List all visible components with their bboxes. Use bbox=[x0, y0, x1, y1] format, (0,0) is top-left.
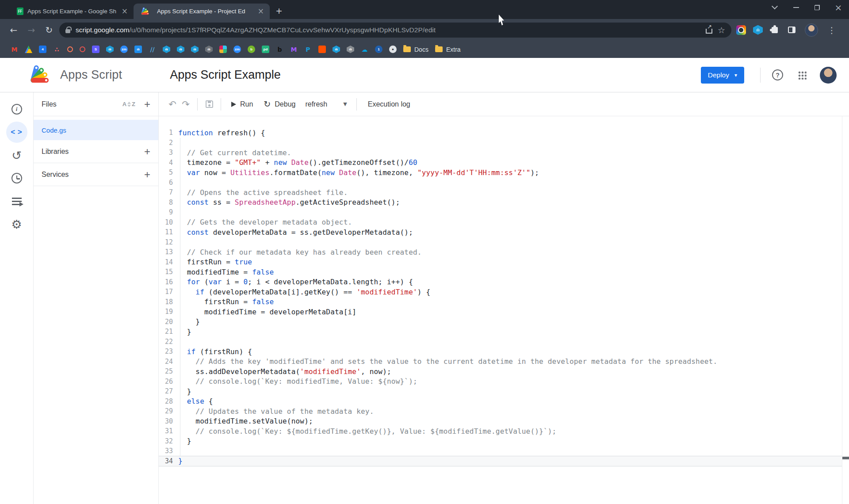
extension-databox-icon[interactable]: ılı bbox=[751, 23, 765, 37]
browser-menu-icon[interactable]: ⋮ bbox=[824, 23, 839, 38]
close-window-icon[interactable]: × bbox=[828, 0, 849, 15]
account-avatar[interactable] bbox=[820, 67, 837, 84]
sprocket-bookmark[interactable] bbox=[80, 46, 85, 52]
calendar-bookmark[interactable]: 4 bbox=[39, 46, 46, 53]
settings-nav-item[interactable]: ⚙ bbox=[6, 214, 27, 235]
extensions-puzzle-icon[interactable] bbox=[768, 23, 782, 37]
code-line-3[interactable]: 3 // Get current datetime. bbox=[159, 148, 849, 158]
save-icon[interactable] bbox=[203, 98, 216, 111]
databox-bookmark[interactable]: ılı bbox=[177, 46, 184, 53]
code-line-2[interactable]: 2 bbox=[159, 138, 849, 148]
triggers-nav-item[interactable] bbox=[6, 168, 27, 189]
scrollbar-cursor-marker[interactable] bbox=[842, 457, 849, 459]
tab-close-icon[interactable]: × bbox=[120, 8, 129, 15]
code-line-31[interactable]: 31 // console.log(`Key: ${modifiedTime.g… bbox=[159, 426, 849, 436]
pandadoc-bookmark[interactable]: pd bbox=[262, 46, 269, 53]
file-item-code-gs[interactable]: Code.gs bbox=[34, 120, 158, 140]
tab-search-chevron-icon[interactable] bbox=[764, 0, 785, 15]
browser-tab-apps-script[interactable]: Apps Script Example - Project Ed × bbox=[134, 4, 270, 19]
function-selector[interactable]: refresh ▼ bbox=[301, 96, 351, 112]
redo-icon[interactable]: ↷ bbox=[179, 98, 192, 111]
minimize-icon[interactable] bbox=[785, 0, 807, 15]
zoom-bookmark[interactable]: zm bbox=[233, 46, 241, 53]
project-title[interactable]: Apps Script Example bbox=[170, 68, 281, 82]
address-bar[interactable]: script.google.com/u/0/home/projects/1S7f… bbox=[59, 23, 731, 38]
code-line-12[interactable]: 12 bbox=[159, 237, 849, 248]
asana-bookmark[interactable]: ∴ bbox=[53, 46, 61, 53]
add-library-icon[interactable]: + bbox=[144, 146, 150, 157]
script-letter-bookmark[interactable]: b bbox=[276, 46, 283, 53]
editor-nav-item[interactable]: < > bbox=[6, 122, 27, 143]
salesforce-bookmark[interactable]: ☁ bbox=[361, 46, 368, 53]
overview-nav-item[interactable]: i bbox=[6, 99, 27, 120]
stripe-bookmark[interactable]: S bbox=[92, 46, 99, 53]
code-editor[interactable]: 1function refresh() {23 // Get current d… bbox=[159, 116, 849, 504]
zoom-bookmark[interactable]: zm bbox=[120, 46, 128, 53]
execution-log-button[interactable]: Execution log bbox=[362, 100, 417, 108]
code-line-8[interactable]: 8 const ss = SpreadsheetApp.getActiveSpr… bbox=[159, 198, 849, 208]
databox-gray-bookmark[interactable]: ılı bbox=[347, 46, 354, 53]
new-tab-button[interactable]: + bbox=[276, 5, 282, 17]
onepassword-bookmark[interactable]: 1 bbox=[375, 46, 382, 53]
gmail-bookmark[interactable]: M bbox=[11, 46, 18, 53]
basecamp-bookmark[interactable]: b bbox=[248, 46, 255, 53]
code-line-23[interactable]: 23 if (firstRun) { bbox=[159, 347, 849, 357]
url-text[interactable]: script.google.com/u/0/home/projects/1S7f… bbox=[76, 26, 700, 34]
add-service-icon[interactable]: + bbox=[144, 169, 150, 180]
paypal-bookmark[interactable]: P bbox=[304, 46, 312, 53]
google-apps-grid-icon[interactable] bbox=[798, 71, 807, 80]
code-line-11[interactable]: 11 const developerMetaData = ss.getDevel… bbox=[159, 227, 849, 237]
extra-folder[interactable]: Extra bbox=[435, 46, 461, 53]
docs-folder[interactable]: Docs bbox=[403, 46, 428, 53]
code-line-28[interactable]: 28 else { bbox=[159, 397, 849, 407]
code-line-30[interactable]: 30 modifiedTime.setValue(now); bbox=[159, 416, 849, 427]
project-history-nav-item[interactable]: ↺ bbox=[6, 145, 27, 166]
deploy-button[interactable]: Deploy ▾ bbox=[701, 67, 744, 84]
databox-bookmark[interactable]: ılı bbox=[191, 46, 199, 53]
run-button[interactable]: Run bbox=[226, 96, 258, 112]
services-section[interactable]: Services + bbox=[34, 163, 158, 186]
bookmark-star-icon[interactable]: ☆ bbox=[718, 25, 725, 35]
code-line-13[interactable]: 13 // Check if our metadata key has alre… bbox=[159, 247, 849, 257]
drive-bookmark[interactable] bbox=[25, 46, 32, 53]
executions-nav-item[interactable] bbox=[6, 191, 27, 212]
code-line-10[interactable]: 10 // Gets the developer metadata object… bbox=[159, 218, 849, 228]
hubspot-bookmark[interactable] bbox=[67, 46, 73, 52]
intercom-bookmark[interactable]: ılı bbox=[134, 46, 142, 53]
code-line-15[interactable]: 15 modifiedTime = false bbox=[159, 267, 849, 277]
lock-icon[interactable] bbox=[65, 29, 70, 33]
code-line-25[interactable]: 25 ss.addDeveloperMetadata('modifiedTime… bbox=[159, 367, 849, 377]
slack-bookmark[interactable] bbox=[219, 46, 227, 53]
reload-icon[interactable]: ↻ bbox=[42, 23, 57, 38]
code-line-6[interactable]: 6 bbox=[159, 178, 849, 188]
code-line-26[interactable]: 26 // console.log(`Key: modifiedTime, Va… bbox=[159, 377, 849, 387]
back-icon[interactable]: ← bbox=[6, 23, 21, 38]
code-line-14[interactable]: 14 firstRun = true bbox=[159, 257, 849, 267]
code-line-27[interactable]: 27 } bbox=[159, 386, 849, 397]
debug-button[interactable]: ↻ Debug bbox=[258, 96, 301, 112]
code-line-5[interactable]: 5 var now = Utilities.formatDate(new Dat… bbox=[159, 168, 849, 178]
monday-bookmark[interactable]: M bbox=[290, 46, 298, 53]
restore-window-icon[interactable] bbox=[807, 0, 828, 15]
code-line-4[interactable]: 4 timezone = "GMT+" + new Date().getTime… bbox=[159, 158, 849, 168]
forward-icon[interactable]: → bbox=[24, 23, 39, 38]
code-line-22[interactable]: 22 bbox=[159, 337, 849, 347]
sort-az-icon[interactable]: AZ bbox=[122, 101, 135, 107]
side-panel-icon[interactable] bbox=[784, 23, 799, 37]
databox-bookmark[interactable]: ılı bbox=[163, 46, 170, 53]
code-line-20[interactable]: 20 } bbox=[159, 317, 849, 327]
undo-icon[interactable]: ↶ bbox=[166, 98, 179, 111]
help-icon[interactable]: ? bbox=[772, 69, 783, 80]
code-line-1[interactable]: 1function refresh() { bbox=[159, 128, 849, 138]
browser-profile-avatar[interactable] bbox=[805, 23, 818, 37]
browser-tab-sheets[interactable]: Apps Script Example - Google Sh × bbox=[11, 4, 134, 19]
github-bookmark[interactable]: ● bbox=[389, 46, 397, 53]
databox-gray-bookmark[interactable]: ılı bbox=[205, 46, 213, 53]
code-line-34[interactable]: 34} bbox=[159, 456, 842, 466]
tab-close-icon[interactable]: × bbox=[256, 8, 265, 15]
extension-camera-icon[interactable] bbox=[734, 23, 748, 37]
code-line-7[interactable]: 7 // Opens the active spreadsheet file. bbox=[159, 187, 849, 198]
stripes-bookmark[interactable]: ∕∕ bbox=[149, 46, 156, 53]
code-line-32[interactable]: 32 } bbox=[159, 436, 849, 447]
share-icon[interactable] bbox=[706, 29, 712, 34]
